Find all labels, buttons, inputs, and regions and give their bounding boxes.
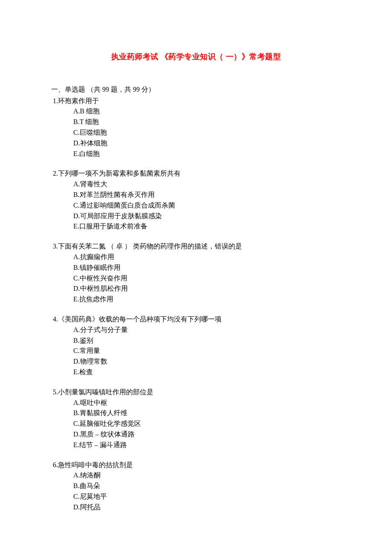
option: C.常用量 [73, 346, 341, 356]
option: A.纳洛酮 [73, 470, 341, 481]
option: B.对革兰阴性菌有杀灭作用 [73, 190, 341, 200]
option: C.延脑催吐化学感觉区 [73, 419, 341, 429]
question: 2.下列哪一项不为新霉素和多黏菌素所共有A.肾毒性大B.对革兰阴性菌有杀灭作用C… [51, 168, 341, 232]
question-stem: 4.《美国药典》收载的每一个品种项下均没有下列哪一项 [51, 314, 341, 325]
question: 4.《美国药典》收载的每一个品种项下均没有下列哪一项A.分子式与分子量B.鉴别C… [51, 314, 341, 378]
option: A.呕吐中枢 [73, 398, 341, 408]
option: D.阿托品 [73, 502, 341, 513]
option: B.鉴别 [73, 335, 341, 346]
option: E.结节 – 漏斗通路 [73, 440, 341, 451]
question: 5.小剂量氯丙嗪镇吐作用的部位是A.呕吐中枢B.胃黏膜传人纤维C.延脑催吐化学感… [51, 387, 341, 451]
option: B.镇静催眠作用 [73, 263, 341, 273]
question-stem: 1.环孢素作用于 [51, 96, 341, 107]
option: A.抗癫痫作用 [73, 252, 341, 263]
question-stem: 6.急性吗啡中毒的拮抗剂是 [51, 460, 341, 471]
option: C.巨噬细胞 [73, 127, 341, 138]
option: A.肾毒性大 [73, 179, 341, 190]
section-header: 一、单选题 （共 99 题，共 99 分） [51, 84, 341, 95]
option: D.物理常数 [73, 356, 341, 367]
option: C.中枢性兴奋作用 [73, 273, 341, 284]
option: D.黑质 – 纹状体通路 [73, 429, 341, 440]
option: A.分子式与分子量 [73, 325, 341, 335]
option: B.胃黏膜传人纤维 [73, 408, 341, 419]
question-stem: 5.小剂量氯丙嗪镇吐作用的部位是 [51, 387, 341, 398]
options: A.纳洛酮B.曲马朵C.尼莫地平D.阿托品 [51, 470, 341, 512]
question-stem: 2.下列哪一项不为新霉素和多黏菌素所共有 [51, 168, 341, 179]
option: E.口服用于肠道术前准备 [73, 221, 341, 232]
option: B.T 细胞 [73, 117, 341, 127]
option: C.尼莫地平 [73, 491, 341, 502]
option: D.可局部应用于皮肤黏膜感染 [73, 211, 341, 222]
option: B.曲马朵 [73, 481, 341, 491]
option: C.通过影响细菌蛋白质合成而杀菌 [73, 200, 341, 211]
options: A.分子式与分子量B.鉴别C.常用量D.物理常数E.检查 [51, 325, 341, 378]
options: A.肾毒性大B.对革兰阴性菌有杀灭作用C.通过影响细菌蛋白质合成而杀菌D.可局部… [51, 179, 341, 232]
questions-container: 1.环孢素作用于A.B 细胞B.T 细胞C.巨噬细胞D.补体细胞E.白细胞2.下… [51, 96, 341, 513]
options: A.抗癫痫作用B.镇静催眠作用C.中枢性兴奋作用D.中枢性肌松作用E.抗焦虑作用 [51, 252, 341, 305]
options: A.B 细胞B.T 细胞C.巨噬细胞D.补体细胞E.白细胞 [51, 106, 341, 159]
question: 3.下面有关苯二氮 （ 卓 ） 类药物的药理作用的描述，错误的是A.抗癫痫作用B… [51, 241, 341, 305]
option: D.补体细胞 [73, 138, 341, 149]
option: D.中枢性肌松作用 [73, 283, 341, 294]
document-title: 执业药师考试 《药学专业知识（ 一）》常考题型 [51, 51, 341, 63]
question-stem: 3.下面有关苯二氮 （ 卓 ） 类药物的药理作用的描述，错误的是 [51, 241, 341, 252]
question: 1.环孢素作用于A.B 细胞B.T 细胞C.巨噬细胞D.补体细胞E.白细胞 [51, 96, 341, 159]
option: A.B 细胞 [73, 106, 341, 117]
options: A.呕吐中枢B.胃黏膜传人纤维C.延脑催吐化学感觉区D.黑质 – 纹状体通路E.… [51, 398, 341, 451]
question: 6.急性吗啡中毒的拮抗剂是A.纳洛酮B.曲马朵C.尼莫地平D.阿托品 [51, 460, 341, 513]
option: E.抗焦虑作用 [73, 294, 341, 305]
option: E.检查 [73, 367, 341, 378]
option: E.白细胞 [73, 149, 341, 159]
